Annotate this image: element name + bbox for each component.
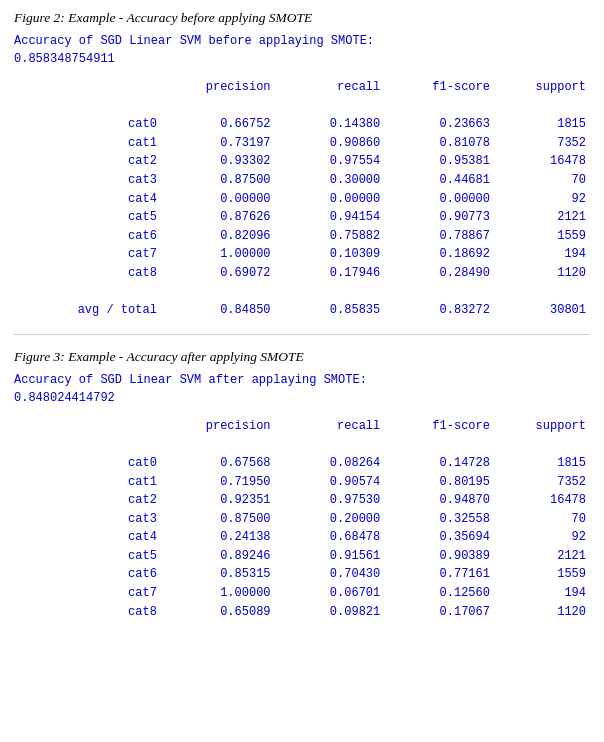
table-row: cat1 0.73197 0.90860 0.81078 7352	[14, 134, 590, 153]
row-f1: 0.28490	[384, 264, 494, 283]
row-precision: 0.87500	[165, 171, 275, 190]
avg-f1: 0.83272	[384, 301, 494, 320]
row-precision: 0.89246	[165, 547, 275, 566]
row-label: cat2	[14, 491, 165, 510]
row-f1: 0.90773	[384, 208, 494, 227]
table-row: cat2 0.92351 0.97530 0.94870 16478	[14, 491, 590, 510]
row-label: cat6	[14, 565, 165, 584]
row-support: 70	[494, 171, 590, 190]
figure2-accuracy-line: Accuracy of SGD Linear SVM before applay…	[14, 32, 590, 50]
row-support: 92	[494, 528, 590, 547]
row-label: cat7	[14, 584, 165, 603]
row-recall: 0.90860	[275, 134, 385, 153]
figure2-blank-row	[14, 97, 590, 116]
figure2-accuracy-block: Accuracy of SGD Linear SVM before applay…	[14, 32, 590, 68]
col-label	[14, 78, 165, 97]
row-support: 1559	[494, 227, 590, 246]
row-f1: 0.94870	[384, 491, 494, 510]
row-recall: 0.20000	[275, 510, 385, 529]
table-row: cat7 1.00000 0.06701 0.12560 194	[14, 584, 590, 603]
row-support: 16478	[494, 491, 590, 510]
row-f1: 0.14728	[384, 454, 494, 473]
table-row: cat6 0.85315 0.70430 0.77161 1559	[14, 565, 590, 584]
row-label: cat7	[14, 245, 165, 264]
table-row: cat7 1.00000 0.10309 0.18692 194	[14, 245, 590, 264]
figure2-blank-row2	[14, 283, 590, 302]
figure2-avg-row: avg / total 0.84850 0.85835 0.83272 3080…	[14, 301, 590, 320]
row-f1: 0.32558	[384, 510, 494, 529]
row-label: cat2	[14, 152, 165, 171]
table-row: cat3 0.87500 0.20000 0.32558 70	[14, 510, 590, 529]
table-row: cat3 0.87500 0.30000 0.44681 70	[14, 171, 590, 190]
row-precision: 0.65089	[165, 603, 275, 622]
figure3-accuracy-value: 0.848024414792	[14, 389, 590, 407]
row-precision: 0.66752	[165, 115, 275, 134]
row-f1: 0.17067	[384, 603, 494, 622]
row-precision: 0.73197	[165, 134, 275, 153]
figure2-table-header: precision recall f1-score support	[14, 78, 590, 97]
row-precision: 0.69072	[165, 264, 275, 283]
row-recall: 0.30000	[275, 171, 385, 190]
row-precision: 1.00000	[165, 584, 275, 603]
row-label: cat5	[14, 547, 165, 566]
figure2-table: precision recall f1-score support cat0 0…	[14, 78, 590, 320]
row-recall: 0.08264	[275, 454, 385, 473]
row-f1: 0.77161	[384, 565, 494, 584]
figure3-table: precision recall f1-score support cat0 0…	[14, 417, 590, 622]
row-label: cat4	[14, 528, 165, 547]
row-label: cat8	[14, 264, 165, 283]
row-recall: 0.97554	[275, 152, 385, 171]
row-precision: 0.71950	[165, 473, 275, 492]
row-recall: 0.75882	[275, 227, 385, 246]
figure3-accuracy-block: Accuracy of SGD Linear SVM after applayi…	[14, 371, 590, 407]
col-support: support	[494, 417, 590, 436]
row-f1: 0.44681	[384, 171, 494, 190]
row-label: cat6	[14, 227, 165, 246]
figure2-accuracy-value: 0.858348754911	[14, 50, 590, 68]
row-precision: 0.87626	[165, 208, 275, 227]
figure3-caption: Figure 3: Example - Accuracy after apply…	[14, 349, 590, 365]
table-row: cat5 0.87626 0.94154 0.90773 2121	[14, 208, 590, 227]
row-support: 70	[494, 510, 590, 529]
table-row: cat8 0.65089 0.09821 0.17067 1120	[14, 603, 590, 622]
col-f1score: f1-score	[384, 417, 494, 436]
row-recall: 0.06701	[275, 584, 385, 603]
row-support: 2121	[494, 208, 590, 227]
row-label: cat5	[14, 208, 165, 227]
row-label: cat8	[14, 603, 165, 622]
row-support: 1120	[494, 264, 590, 283]
row-label: cat1	[14, 473, 165, 492]
figure2-section: Figure 2: Example - Accuracy before appl…	[14, 10, 590, 320]
row-f1: 0.18692	[384, 245, 494, 264]
row-recall: 0.14380	[275, 115, 385, 134]
avg-label: avg / total	[14, 301, 165, 320]
table-row: cat1 0.71950 0.90574 0.80195 7352	[14, 473, 590, 492]
row-f1: 0.90389	[384, 547, 494, 566]
row-precision: 0.00000	[165, 190, 275, 209]
row-support: 7352	[494, 134, 590, 153]
row-f1: 0.35694	[384, 528, 494, 547]
row-label: cat0	[14, 454, 165, 473]
row-recall: 0.97530	[275, 491, 385, 510]
row-label: cat1	[14, 134, 165, 153]
row-support: 194	[494, 584, 590, 603]
row-recall: 0.68478	[275, 528, 385, 547]
table-row: cat0 0.66752 0.14380 0.23663 1815	[14, 115, 590, 134]
row-f1: 0.12560	[384, 584, 494, 603]
row-label: cat4	[14, 190, 165, 209]
avg-recall: 0.85835	[275, 301, 385, 320]
row-f1: 0.81078	[384, 134, 494, 153]
row-support: 194	[494, 245, 590, 264]
row-recall: 0.09821	[275, 603, 385, 622]
figure2-caption: Figure 2: Example - Accuracy before appl…	[14, 10, 590, 26]
row-support: 92	[494, 190, 590, 209]
row-precision: 0.85315	[165, 565, 275, 584]
col-recall: recall	[275, 417, 385, 436]
avg-precision: 0.84850	[165, 301, 275, 320]
col-support: support	[494, 78, 590, 97]
row-precision: 0.67568	[165, 454, 275, 473]
col-precision: precision	[165, 78, 275, 97]
table-row: cat8 0.69072 0.17946 0.28490 1120	[14, 264, 590, 283]
row-recall: 0.91561	[275, 547, 385, 566]
row-recall: 0.70430	[275, 565, 385, 584]
